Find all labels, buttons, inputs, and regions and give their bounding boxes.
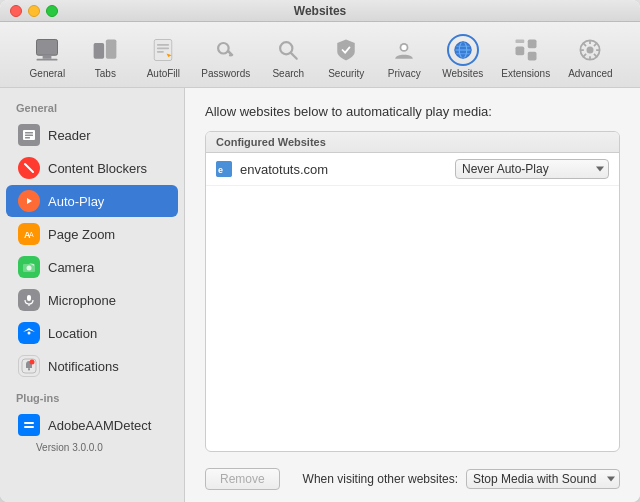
toolbar-item-privacy-label: Privacy — [388, 68, 421, 79]
notifications-icon — [18, 355, 40, 377]
toolbar-item-extensions-label: Extensions — [501, 68, 550, 79]
search-toolbar-icon — [272, 34, 304, 66]
toolbar-item-security-label: Security — [328, 68, 364, 79]
svg-text:A: A — [29, 231, 34, 238]
svg-rect-37 — [25, 132, 33, 134]
location-icon — [18, 322, 40, 344]
main-panel: Allow websites below to automatically pl… — [185, 88, 640, 502]
close-button[interactable] — [10, 5, 22, 17]
safari-preferences-window: Websites General — [0, 0, 640, 502]
sidebar-item-auto-play[interactable]: Auto-Play — [6, 185, 178, 217]
configured-websites-box: Configured Websites e envatotuts.com — [205, 131, 620, 452]
sidebar-item-auto-play-label: Auto-Play — [48, 194, 104, 209]
maximize-button[interactable] — [46, 5, 58, 17]
other-websites-label: When visiting other websites: — [303, 472, 458, 486]
passwords-icon — [210, 34, 242, 66]
toolbar-item-search-label: Search — [272, 68, 304, 79]
other-websites-select[interactable]: Stop Media with Sound Allow All Auto-Pla… — [466, 469, 620, 489]
toolbar-item-search[interactable]: Search — [260, 30, 316, 83]
sidebar-item-microphone[interactable]: Microphone — [6, 284, 178, 316]
sidebar-item-notifications-label: Notifications — [48, 359, 119, 374]
sidebar-item-adobeaam[interactable]: AdobeAAMDetect — [6, 409, 178, 441]
svg-rect-60 — [24, 422, 34, 424]
page-zoom-icon: A A — [18, 223, 40, 245]
toolbar-item-advanced[interactable]: Advanced — [560, 30, 620, 83]
sidebar-item-content-blockers-label: Content Blockers — [48, 161, 147, 176]
svg-rect-8 — [157, 51, 164, 53]
sidebar-item-notifications[interactable]: Notifications — [6, 350, 178, 382]
svg-point-58 — [30, 360, 35, 365]
advanced-icon — [574, 34, 606, 66]
toolbar-item-autofill-label: AutoFill — [147, 68, 180, 79]
website-row-left: e envatotuts.com — [216, 161, 328, 177]
svg-line-33 — [594, 54, 597, 57]
toolbar: General Tabs — [0, 22, 640, 88]
toolbar-item-tabs-label: Tabs — [95, 68, 116, 79]
toolbar-item-passwords-label: Passwords — [201, 68, 250, 79]
window-title: Websites — [294, 4, 346, 18]
sidebar-item-page-zoom-label: Page Zoom — [48, 227, 115, 242]
sidebar-item-camera-label: Camera — [48, 260, 94, 275]
svg-rect-39 — [25, 137, 30, 139]
svg-rect-25 — [515, 40, 524, 44]
autofill-icon — [147, 34, 179, 66]
microphone-icon — [18, 289, 40, 311]
svg-rect-61 — [24, 426, 34, 428]
other-websites-select-wrapper[interactable]: Stop Media with Sound Allow All Auto-Pla… — [466, 469, 620, 489]
svg-point-50 — [27, 266, 32, 271]
svg-point-55 — [28, 332, 31, 335]
toolbar-item-passwords[interactable]: Passwords — [193, 30, 258, 83]
website-setting-wrapper[interactable]: Never Auto-Play Allow All Auto-Play Stop… — [455, 159, 609, 179]
website-setting-select[interactable]: Never Auto-Play Allow All Auto-Play Stop… — [455, 159, 609, 179]
svg-rect-23 — [527, 40, 536, 49]
titlebar: Websites — [0, 0, 640, 22]
reader-icon — [18, 124, 40, 146]
svg-rect-57 — [28, 368, 30, 371]
svg-rect-1 — [37, 59, 58, 61]
svg-rect-2 — [43, 55, 52, 59]
svg-rect-3 — [94, 43, 105, 59]
toolbar-item-privacy[interactable]: Privacy — [376, 30, 432, 83]
main-description: Allow websites below to automatically pl… — [205, 104, 620, 119]
plugin-version: Version 3.0.0.0 — [30, 442, 184, 457]
toolbar-item-autofill[interactable]: AutoFill — [135, 30, 191, 83]
websites-icon — [447, 34, 479, 66]
website-list: e envatotuts.com Never Auto-Play Allow A… — [206, 153, 619, 451]
toolbar-item-tabs[interactable]: Tabs — [77, 30, 133, 83]
sidebar-section-plugins: Plug-ins — [0, 388, 184, 408]
sidebar-item-reader[interactable]: Reader — [6, 119, 178, 151]
camera-icon — [18, 256, 40, 278]
svg-line-32 — [584, 43, 587, 46]
svg-rect-6 — [157, 44, 169, 46]
bottom-bar: Remove When visiting other websites: Sto… — [205, 460, 620, 490]
sidebar-item-location[interactable]: Location — [6, 317, 178, 349]
svg-rect-52 — [27, 295, 31, 301]
svg-text:e: e — [218, 165, 223, 175]
plugin-icon — [18, 414, 40, 436]
configured-websites-header: Configured Websites — [206, 132, 619, 153]
sidebar: General Reader — [0, 88, 185, 502]
toolbar-item-general[interactable]: General — [19, 30, 75, 83]
toolbar-items: General Tabs — [19, 30, 620, 83]
sidebar-item-content-blockers[interactable]: Content Blockers — [6, 152, 178, 184]
sidebar-item-camera[interactable]: Camera — [6, 251, 178, 283]
svg-rect-59 — [22, 418, 36, 432]
sidebar-item-page-zoom[interactable]: A A Page Zoom — [6, 218, 178, 250]
svg-rect-4 — [106, 40, 117, 59]
toolbar-item-general-label: General — [30, 68, 66, 79]
website-name: envatotuts.com — [240, 162, 328, 177]
website-favicon: e — [216, 161, 232, 177]
remove-button[interactable]: Remove — [205, 468, 280, 490]
toolbar-item-websites[interactable]: Websites — [434, 30, 491, 83]
svg-line-13 — [291, 53, 297, 59]
toolbar-item-extensions[interactable]: Extensions — [493, 30, 558, 83]
svg-rect-5 — [155, 40, 173, 61]
sidebar-section-general: General — [0, 98, 184, 118]
toolbar-item-security[interactable]: Security — [318, 30, 374, 83]
other-websites-row: When visiting other websites: Stop Media… — [303, 469, 620, 489]
minimize-button[interactable] — [28, 5, 40, 17]
svg-point-27 — [587, 47, 594, 54]
general-icon — [31, 34, 63, 66]
svg-rect-24 — [527, 52, 536, 61]
toolbar-item-advanced-label: Advanced — [568, 68, 612, 79]
